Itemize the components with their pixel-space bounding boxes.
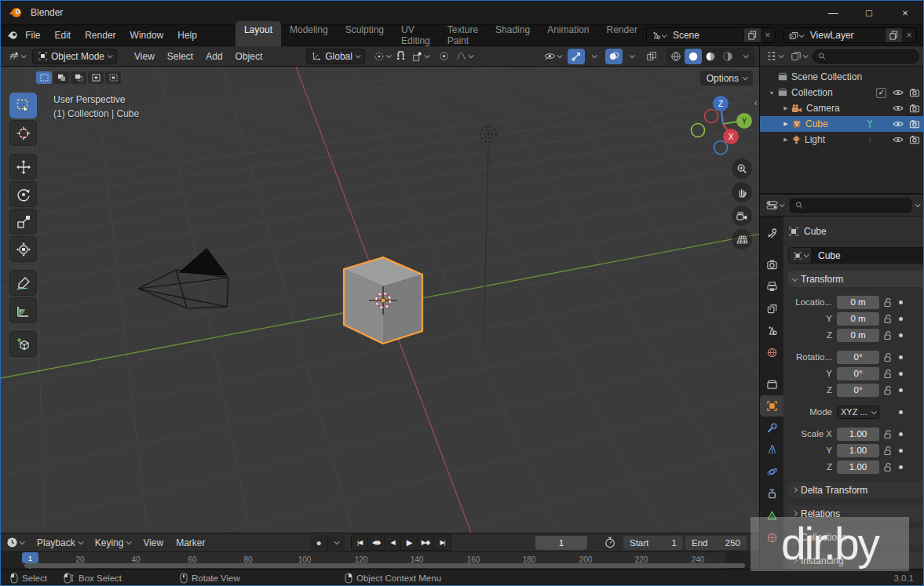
tab-view-layer[interactable] xyxy=(760,298,783,319)
viewlayer-remove-button[interactable]: × xyxy=(902,30,916,41)
scale-y-value[interactable]: 1.00 xyxy=(837,444,879,457)
scene-icon[interactable] xyxy=(647,28,670,42)
outliner-editor-type-button[interactable] xyxy=(764,49,785,64)
snap-target-button[interactable] xyxy=(410,49,431,64)
menu-keying[interactable]: Keying xyxy=(89,535,137,551)
select-mode-subtract[interactable] xyxy=(71,71,86,84)
menu-marker[interactable]: Marker xyxy=(170,535,211,551)
camera-view-button[interactable] xyxy=(732,206,752,226)
tool-cursor[interactable] xyxy=(9,120,37,146)
menu-view[interactable]: View xyxy=(128,49,161,64)
tab-sculpting[interactable]: Sculpting xyxy=(337,21,393,49)
shading-dropdown[interactable] xyxy=(736,49,754,64)
outliner-row-collection[interactable]: ▼ Collection ✓ xyxy=(760,85,923,100)
outliner-search-input[interactable] xyxy=(829,52,914,61)
animate-dot[interactable] xyxy=(897,317,904,321)
animate-dot[interactable] xyxy=(897,388,904,392)
auto-keying-button[interactable]: ● xyxy=(310,535,327,551)
tab-shading[interactable]: Shading xyxy=(487,21,539,49)
light-object[interactable] xyxy=(477,122,500,346)
select-mode-invert[interactable] xyxy=(88,71,104,84)
properties-filter-dropdown[interactable] xyxy=(915,202,921,207)
tab-render[interactable]: Render xyxy=(598,21,646,49)
zoom-button[interactable] xyxy=(732,158,752,179)
render-visibility-icon[interactable] xyxy=(909,104,920,113)
gizmos-dropdown[interactable] xyxy=(585,49,602,64)
expand-icon[interactable]: ▶ xyxy=(780,136,791,143)
select-mode-set[interactable] xyxy=(36,71,52,84)
lock-icon[interactable] xyxy=(879,369,897,379)
scene-selector[interactable]: Scene × xyxy=(646,27,776,43)
tool-move[interactable] xyxy=(9,154,37,180)
close-button[interactable]: × xyxy=(887,1,923,24)
tab-uv-editing[interactable]: UV Editing xyxy=(393,21,439,49)
location-x-value[interactable]: 0 m xyxy=(837,296,879,309)
frame-start-field[interactable]: Start1 xyxy=(623,536,683,550)
prev-keyframe-button[interactable]: ◀◆ xyxy=(368,535,385,550)
viewlayer-icon[interactable] xyxy=(784,28,807,42)
tab-collection-props[interactable] xyxy=(760,373,783,395)
tool-select-box[interactable] xyxy=(9,93,37,118)
outliner-row-camera[interactable]: ▶ Camera xyxy=(760,100,923,116)
render-visibility-icon[interactable] xyxy=(909,135,920,144)
object-type-dropdown[interactable] xyxy=(788,247,812,264)
orientation-dropdown[interactable]: Global xyxy=(306,49,365,64)
snap-toggle-button[interactable] xyxy=(393,49,410,64)
shading-wireframe-button[interactable] xyxy=(667,49,685,64)
menu-object[interactable]: Object xyxy=(229,49,269,64)
tool-scale[interactable] xyxy=(9,209,37,235)
viewport-3d[interactable]: Z Y X xyxy=(1,67,759,533)
properties-search[interactable] xyxy=(790,198,911,213)
nav-gizmo[interactable]: Z Y X xyxy=(692,96,753,155)
rotation-mode-dropdown[interactable]: XYZ ... xyxy=(837,406,879,419)
shading-rendered-button[interactable] xyxy=(719,49,736,64)
lock-icon[interactable] xyxy=(879,314,897,324)
tab-physics[interactable] xyxy=(760,461,783,482)
animate-dot[interactable] xyxy=(897,449,904,453)
outliner-row-cube[interactable]: ▶ Cube xyxy=(760,116,923,132)
properties-search-input[interactable] xyxy=(806,201,906,210)
hide-eye-icon[interactable] xyxy=(893,104,904,113)
expand-icon[interactable]: ▶ xyxy=(780,105,791,111)
options-button[interactable]: Options xyxy=(700,71,753,86)
lock-icon[interactable] xyxy=(879,462,897,472)
location-y-value[interactable]: 0 m xyxy=(837,312,879,326)
blender-menu-icon[interactable] xyxy=(7,29,18,42)
menu-add[interactable]: Add xyxy=(199,49,228,64)
render-visibility-icon[interactable] xyxy=(909,119,920,129)
tool-rotate[interactable] xyxy=(9,181,37,207)
tab-object[interactable] xyxy=(760,395,783,417)
location-z-value[interactable]: 0 m xyxy=(837,329,879,342)
next-keyframe-button[interactable]: ▶◆ xyxy=(418,535,434,550)
mode-dropdown[interactable]: Object Mode xyxy=(32,49,117,64)
menu-file[interactable]: File xyxy=(18,27,47,43)
current-frame-marker[interactable]: 1 xyxy=(22,552,38,563)
tool-transform[interactable] xyxy=(9,236,37,262)
timeline-ruler[interactable]: 20 40 60 80 100 120 140 160 180 200 220 … xyxy=(1,551,759,569)
properties-editor-type-button[interactable] xyxy=(764,198,786,213)
show-hide-button[interactable] xyxy=(542,49,564,64)
lock-icon[interactable] xyxy=(879,330,897,340)
timeline-scrollbar[interactable] xyxy=(24,563,745,568)
scale-z-value[interactable]: 1.00 xyxy=(837,460,879,474)
shading-material-button[interactable] xyxy=(702,49,719,64)
outliner-search[interactable] xyxy=(813,49,919,64)
collection-checkbox[interactable]: ✓ xyxy=(876,88,886,98)
select-mode-intersect[interactable] xyxy=(105,71,121,84)
expand-icon[interactable]: ▼ xyxy=(766,90,777,96)
tab-layout[interactable]: Layout xyxy=(236,21,281,49)
outliner-row-scene-collection[interactable]: Scene Collection xyxy=(760,69,923,85)
tool-add-cube[interactable] xyxy=(9,331,37,357)
current-frame-field[interactable]: 1 xyxy=(535,536,587,550)
jump-to-start-button[interactable]: |◀ xyxy=(352,535,368,550)
gizmos-toggle-button[interactable] xyxy=(568,49,585,64)
viewlayer-selector[interactable]: ViewLayer × xyxy=(783,27,917,43)
animate-dot[interactable] xyxy=(897,300,904,304)
scene-unlink-button[interactable]: × xyxy=(761,30,775,41)
menu-window[interactable]: Window xyxy=(123,27,171,43)
pan-button[interactable] xyxy=(732,182,752,202)
tool-annotate[interactable] xyxy=(9,270,37,296)
scale-x-value[interactable]: 1.00 xyxy=(837,428,879,441)
editor-type-button[interactable] xyxy=(5,49,27,64)
outliner-row-light[interactable]: ▶ Light xyxy=(760,132,923,147)
